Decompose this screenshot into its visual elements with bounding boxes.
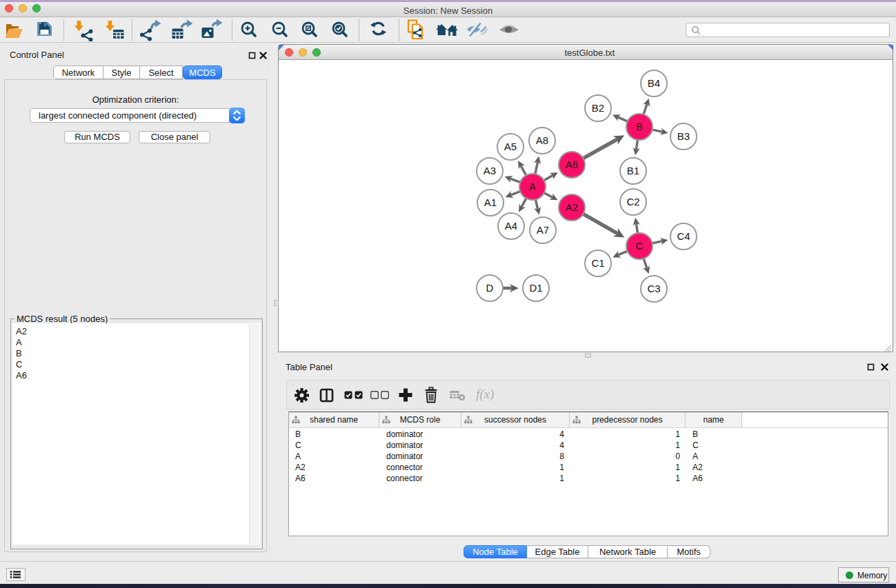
svg-text:A5: A5 <box>504 141 517 152</box>
svg-text:A1: A1 <box>484 196 497 208</box>
svg-text:C3: C3 <box>647 283 660 294</box>
svg-text:A3: A3 <box>484 165 496 176</box>
svg-text:D: D <box>486 282 494 294</box>
svg-text:B2: B2 <box>592 102 604 114</box>
svg-text:B1: B1 <box>627 165 639 176</box>
svg-text:B: B <box>636 121 643 132</box>
svg-text:A7: A7 <box>537 224 549 236</box>
svg-text:A2: A2 <box>566 201 578 213</box>
svg-text:A6: A6 <box>566 159 578 170</box>
svg-text:D1: D1 <box>529 282 542 294</box>
svg-text:C4: C4 <box>677 230 690 242</box>
svg-text:C1: C1 <box>591 257 604 269</box>
svg-text:A: A <box>529 181 536 192</box>
svg-text:C: C <box>636 240 644 252</box>
svg-text:A4: A4 <box>505 220 517 232</box>
svg-text:C2: C2 <box>626 196 639 207</box>
svg-text:B4: B4 <box>648 77 660 89</box>
svg-text:A8: A8 <box>536 134 548 146</box>
svg-text:B3: B3 <box>677 130 690 142</box>
